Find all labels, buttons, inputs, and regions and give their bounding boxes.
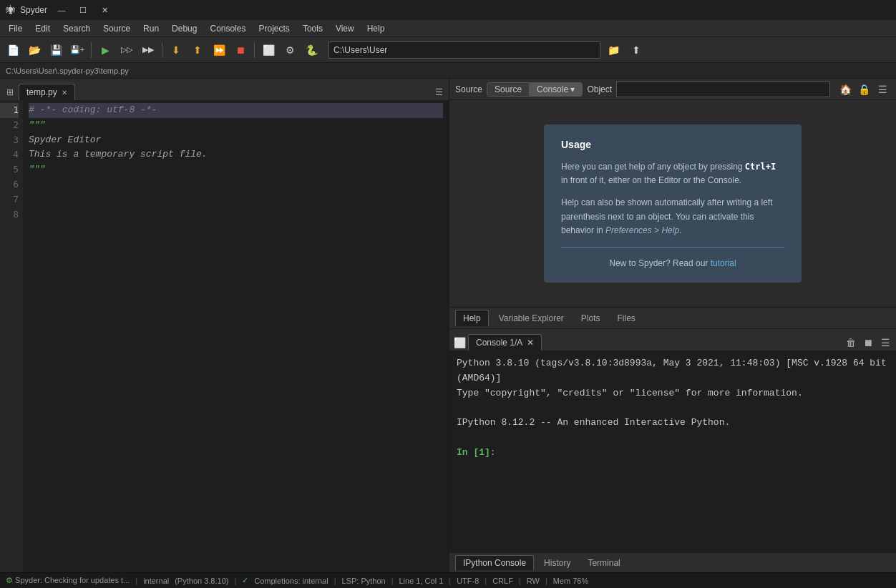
title-bar: 🕷 Spyder — ☐ ✕	[0, 0, 896, 20]
object-input[interactable]	[616, 82, 830, 97]
menu-projects[interactable]: Projects	[253, 22, 296, 35]
usage-box: Usage Here you can get help of any objec…	[544, 124, 802, 283]
menu-bar: File Edit Search Source Run Debug Consol…	[0, 20, 896, 37]
editor-tab-options[interactable]: ☰	[432, 84, 446, 100]
maximize-button[interactable]: ☐	[73, 3, 93, 17]
console-interrupt-button[interactable]: ⏹	[860, 335, 876, 351]
status-completions: Completions: internal	[254, 577, 328, 585]
tab-help[interactable]: Help	[455, 310, 489, 326]
console-tabs: ⬜ Console 1/A ✕ 🗑 ⏹ ☰	[449, 329, 896, 351]
tutorial-link[interactable]: tutorial	[711, 258, 736, 268]
console-options-button[interactable]: ☰	[877, 335, 893, 351]
menu-run[interactable]: Run	[137, 22, 165, 35]
path-input[interactable]	[328, 41, 600, 59]
menu-search[interactable]: Search	[57, 22, 96, 35]
editor-tab-temp-py[interactable]: temp.py ✕	[19, 84, 75, 100]
browse-button[interactable]: 📁	[603, 40, 623, 60]
help-panel: Source Source Console ▾ Object 🏠 🔒 ☰ Usa…	[449, 79, 896, 329]
menu-file[interactable]: File	[3, 22, 28, 35]
run-button[interactable]: ▶	[95, 40, 115, 60]
editor-content: 1 2 3 4 5 6 7 8 # -*- coding: utf-8 -*- …	[0, 100, 449, 572]
status-bar: ⚙ Spyder: Checking for updates t... | in…	[0, 572, 896, 588]
status-eol: CRLF	[492, 577, 513, 585]
main-area: ⊞ temp.py ✕ ☰ 1 2 3 4 5 6 7 8 # -*- codi…	[0, 79, 896, 572]
line-number-2: 2	[0, 118, 19, 133]
status-sep-5: |	[449, 577, 451, 585]
editor-panel: ⊞ temp.py ✕ ☰ 1 2 3 4 5 6 7 8 # -*- codi…	[0, 79, 449, 572]
step-forward-button[interactable]: ⬆	[188, 40, 208, 60]
status-position: Line 1, Col 1	[399, 577, 444, 585]
console-tab-1[interactable]: Console 1/A ✕	[468, 334, 542, 351]
console-toolbar-right: 🗑 ⏹ ☰	[843, 335, 893, 351]
app-title: Spyder	[20, 5, 47, 15]
help-tabs: Help Variable Explorer Plots Files	[449, 307, 896, 328]
tab-files[interactable]: Files	[610, 310, 643, 326]
open-file-button[interactable]: 📂	[24, 40, 44, 60]
minimize-button[interactable]: —	[52, 3, 72, 17]
tab-terminal[interactable]: Terminal	[580, 556, 627, 570]
continue-button[interactable]: ⏩	[209, 40, 229, 60]
menu-debug[interactable]: Debug	[166, 22, 203, 35]
help-options-icon[interactable]: ☰	[875, 82, 890, 97]
breadcrumb-path: C:\Users\User\.spyder-py3\temp.py	[6, 67, 129, 75]
home-icon[interactable]: 🏠	[837, 82, 853, 97]
python-path-button[interactable]: 🐍	[301, 40, 321, 60]
save-file-button[interactable]: 💾	[46, 40, 66, 60]
usage-divider	[561, 248, 784, 248]
console-tab-label: Console 1/A	[476, 338, 522, 348]
editor-tab-close[interactable]: ✕	[62, 89, 67, 97]
tab-variable-explorer[interactable]: Variable Explorer	[492, 310, 571, 326]
menu-consoles[interactable]: Consoles	[204, 22, 251, 35]
status-sep-1: |	[135, 577, 137, 585]
code-line-1: # -*- coding: utf-8 -*-	[29, 103, 443, 118]
console-panel: ⬜ Console 1/A ✕ 🗑 ⏹ ☰ Python 3.8.10 (tag…	[449, 329, 896, 572]
menu-help[interactable]: Help	[361, 22, 391, 35]
window-controls: — ☐ ✕	[52, 3, 115, 17]
source-toggle-button[interactable]: Source	[487, 83, 530, 96]
code-line-2: """	[29, 118, 443, 133]
status-icon: ⚙	[6, 576, 13, 584]
console-bottom-tabs: IPython Console History Terminal	[449, 552, 896, 572]
line-numbers: 1 2 3 4 5 6 7 8	[0, 100, 23, 572]
preferences-button[interactable]: ⚙	[280, 40, 300, 60]
source-console-toggle: Source Console ▾	[487, 82, 583, 97]
code-area[interactable]: # -*- coding: utf-8 -*- """ Spyder Edito…	[23, 100, 449, 572]
lock-icon[interactable]: 🔒	[856, 82, 872, 97]
new-file-button[interactable]: 📄	[3, 40, 23, 60]
help-toolbar: Source Source Console ▾ Object 🏠 🔒 ☰	[449, 79, 896, 100]
help-toolbar-icons: 🏠 🔒 ☰	[837, 82, 890, 97]
cd-button[interactable]: ⬆	[626, 40, 646, 60]
stop-button[interactable]: ⏹	[230, 40, 250, 60]
editor-new-tab-button[interactable]: ⊞	[3, 84, 17, 100]
code-line-3: Spyder Editor	[29, 133, 443, 148]
help-content: Usage Here you can get help of any objec…	[449, 100, 896, 307]
console-delete-button[interactable]: 🗑	[843, 335, 859, 351]
menu-source[interactable]: Source	[97, 22, 136, 35]
tab-plots[interactable]: Plots	[574, 310, 608, 326]
maximize-panel-button[interactable]: ⬜	[258, 40, 278, 60]
run-file-button[interactable]: ▶▶	[138, 40, 158, 60]
status-check-icon: ✓	[242, 576, 248, 585]
tab-ipython-console[interactable]: IPython Console	[455, 555, 534, 570]
right-panel: Source Source Console ▾ Object 🏠 🔒 ☰ Usa…	[449, 79, 896, 572]
console-content[interactable]: Python 3.8.10 (tags/v3.8.10:3d8993a, May…	[449, 351, 896, 552]
debug-button[interactable]: ⬇	[166, 40, 186, 60]
close-button[interactable]: ✕	[94, 3, 115, 17]
status-rw: RW	[527, 577, 540, 585]
menu-edit[interactable]: Edit	[29, 22, 56, 35]
console-icon[interactable]: ⬜	[452, 335, 467, 351]
menu-view[interactable]: View	[330, 22, 360, 35]
save-all-button[interactable]: 💾+	[67, 40, 87, 60]
console-tab-close[interactable]: ✕	[527, 338, 534, 348]
toolbar-separator-3	[254, 42, 255, 58]
status-sep-7: |	[519, 577, 521, 585]
menu-tools[interactable]: Tools	[297, 22, 328, 35]
run-selection-button[interactable]: ▷▷	[117, 40, 137, 60]
console-toggle-button[interactable]: Console ▾	[530, 83, 582, 96]
line-number-5: 5	[0, 162, 19, 177]
tab-history[interactable]: History	[537, 556, 578, 570]
console-line-3: Type "copyright", "credits" or "license"…	[457, 386, 889, 401]
line-number-8: 8	[0, 207, 19, 222]
status-sep-8: |	[545, 577, 547, 585]
console-line-4	[457, 401, 889, 416]
